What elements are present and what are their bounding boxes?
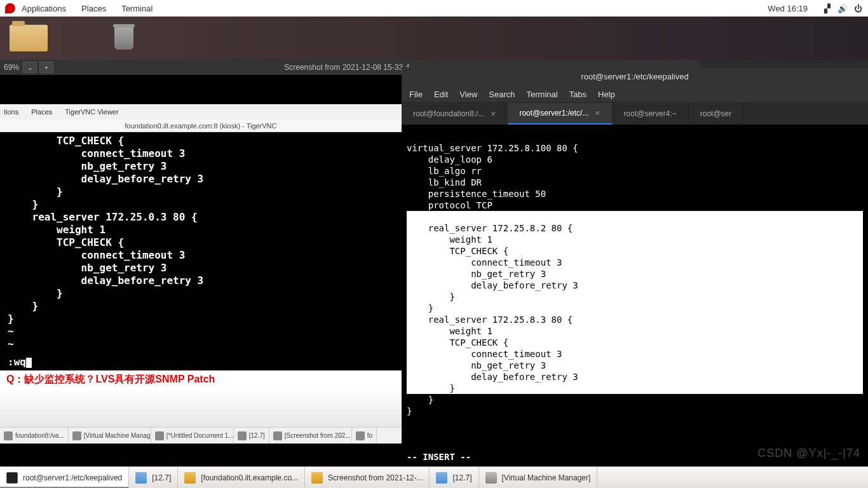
menu-terminal[interactable]: Terminal	[121, 4, 153, 13]
annotation-text: Q：缺少监控系统？LVS具有开源SNMP Patch	[0, 370, 402, 389]
menu-applications[interactable]: Applications	[22, 4, 66, 13]
terminal-title: root@server1:/etc/keepalived	[402, 67, 868, 86]
inner-task: [Virtual Machine Manag...	[69, 428, 151, 444]
power-icon[interactable]: ⏻	[853, 3, 863, 13]
watermark: CSDN @Yx|-_-|74	[757, 447, 860, 459]
inner-menu-vnc: TigerVNC Viewer	[65, 108, 118, 116]
close-icon[interactable]: ×	[595, 108, 600, 118]
inner-taskbar: foundation8:/va... [Virtual Machine Mana…	[0, 427, 402, 444]
inner-menu-places: Places	[31, 108, 52, 116]
desktop	[0, 17, 868, 60]
inner-task: foundation8:/va...	[0, 428, 69, 444]
document-icon	[135, 472, 147, 484]
vim-mode-status: -- INSERT --	[407, 452, 471, 462]
terminal-icon	[6, 472, 18, 484]
gnome-topbar: Applications Places Terminal Wed 16:19 ▞…	[0, 0, 868, 17]
inner-gnome-bar: tions Places TigerVNC Viewer	[0, 104, 402, 119]
volume-icon[interactable]: 🔊	[837, 3, 848, 13]
inner-task: [*Untitled Document 1...	[151, 428, 234, 444]
menu-file[interactable]: File	[409, 90, 423, 99]
inner-task: [Screenshot from 202...	[269, 428, 352, 444]
close-icon[interactable]: ×	[491, 109, 496, 119]
menu-places[interactable]: Places	[81, 4, 106, 13]
document-icon	[436, 472, 447, 484]
vm-icon	[485, 472, 497, 484]
terminal-menubar: File Edit View Search Terminal Tabs Help	[402, 86, 868, 103]
zoom-dropdown[interactable]: ⌄	[23, 62, 37, 73]
vnc-icon	[184, 472, 196, 484]
image-icon	[311, 472, 323, 484]
terminal-tabs: root@foundation8:/...× root@server1:/etc…	[402, 103, 868, 125]
menu-tabs[interactable]: Tabs	[569, 90, 587, 99]
inner-menu-fragment: tions	[4, 108, 18, 116]
terminal-body[interactable]: virtual_server 172.25.8.100 80 { delay_l…	[402, 125, 868, 466]
inner-task: [12.7]	[234, 428, 269, 444]
menu-view[interactable]: View	[459, 90, 477, 99]
task-terminal[interactable]: root@server1:/etc/keepalived	[0, 467, 129, 488]
tab-overflow[interactable]: root@ser	[689, 103, 744, 125]
vnc-command-line: :wq	[0, 353, 402, 370]
zoom-percent: 69%	[4, 63, 19, 72]
task-vnc[interactable]: [foundation0.ilt.example.co...	[178, 467, 305, 488]
vnc-window-title: foundation0.ilt.example.com:8 (kiosk) - …	[0, 119, 402, 132]
cursor-icon	[26, 358, 32, 368]
tab-server4[interactable]: root@server4:~	[613, 103, 689, 125]
task-doc1[interactable]: [12.7]	[129, 467, 178, 488]
tab-foundation8[interactable]: root@foundation8:/...×	[402, 103, 508, 125]
home-folder-icon[interactable]	[6, 22, 51, 54]
viewer-title: Screenshot from 2021-12-08 15-33-4...	[284, 63, 416, 72]
network-icon[interactable]: ▞	[822, 3, 832, 13]
tab-server1[interactable]: root@server1:/etc/...×	[508, 103, 612, 125]
wallpaper-fragment	[0, 389, 402, 427]
menu-help[interactable]: Help	[598, 90, 615, 99]
bottom-taskbar: root@server1:/etc/keepalived [12.7] [fou…	[0, 466, 868, 488]
zoom-plus-button[interactable]: +	[39, 62, 53, 73]
task-screenshot[interactable]: Screenshot from 2021-12-...	[305, 467, 430, 488]
inner-task: fo	[352, 428, 377, 444]
terminal-window: root@server1:/etc/keepalived File Edit V…	[402, 67, 868, 466]
menu-edit[interactable]: Edit	[434, 90, 448, 99]
task-doc2[interactable]: [12.7]	[430, 467, 478, 488]
trash-icon[interactable]	[102, 22, 146, 54]
task-vm[interactable]: [Virtual Machine Manager]	[479, 467, 598, 488]
image-viewer-content: tions Places TigerVNC Viewer foundation0…	[0, 75, 402, 466]
highlighted-block: real_server 172.25.8.2 80 { weight 1 TCP…	[407, 211, 863, 394]
clock[interactable]: Wed 16:19	[768, 4, 808, 13]
menu-search[interactable]: Search	[489, 90, 515, 99]
redhat-icon	[5, 3, 15, 13]
menu-terminal[interactable]: Terminal	[527, 90, 558, 99]
vnc-terminal-text: TCP_CHECK { connect_timeout 3 nb_get_ret…	[0, 132, 402, 353]
